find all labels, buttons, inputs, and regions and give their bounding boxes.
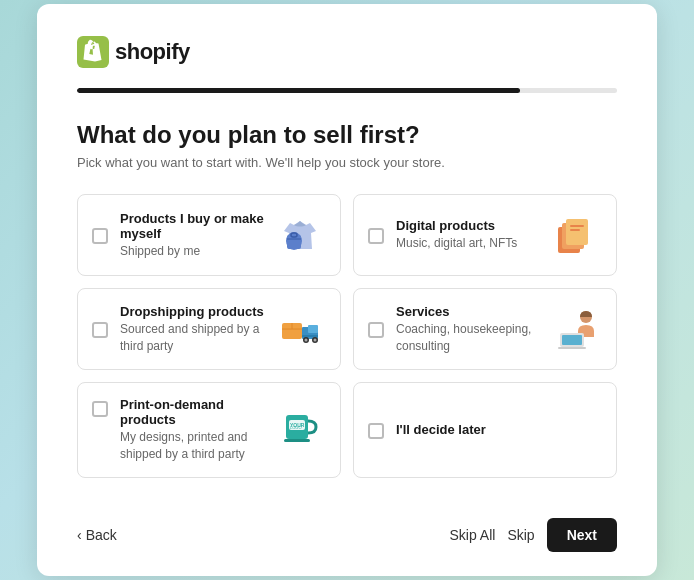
shopify-logo-icon <box>77 36 109 68</box>
bag-coat-icon <box>274 209 326 261</box>
back-label: Back <box>86 527 117 543</box>
svg-rect-19 <box>562 335 582 345</box>
option-desc-dropshipping: Sourced and shipped by a third party <box>120 321 266 355</box>
logo-area: shopify <box>77 36 617 68</box>
option-digital[interactable]: Digital products Music, digital art, NFT… <box>353 194 617 276</box>
progress-bar-track <box>77 88 617 93</box>
chevron-left-icon: ‹ <box>77 527 82 543</box>
options-grid: Products I buy or make myself Shipped by… <box>77 194 617 478</box>
checkbox-dropshipping[interactable] <box>92 322 108 338</box>
next-button[interactable]: Next <box>547 518 617 552</box>
person-laptop-icon <box>550 303 602 355</box>
option-services[interactable]: Services Coaching, housekeeping, consult… <box>353 288 617 370</box>
option-title-dropshipping: Dropshipping products <box>120 304 266 319</box>
checkbox-pod[interactable] <box>92 401 108 417</box>
option-text-services: Services Coaching, housekeeping, consult… <box>396 304 542 355</box>
option-text-physical: Products I buy or make myself Shipped by… <box>120 211 266 260</box>
footer: ‹ Back Skip All Skip Next <box>77 502 617 552</box>
skip-all-button[interactable]: Skip All <box>449 527 495 543</box>
svg-rect-7 <box>570 225 584 227</box>
option-desc-pod: My designs, printed and shipped by a thi… <box>120 429 266 463</box>
option-dropshipping[interactable]: Dropshipping products Sourced and shippe… <box>77 288 341 370</box>
option-title-pod: Print-on-demand products <box>120 397 266 427</box>
checkbox-physical[interactable] <box>92 228 108 244</box>
svg-point-13 <box>305 339 308 342</box>
option-title-decide-later: I'll decide later <box>396 422 602 437</box>
option-print-on-demand[interactable]: Print-on-demand products My designs, pri… <box>77 382 341 478</box>
option-title-physical: Products I buy or make myself <box>120 211 266 241</box>
option-decide-later[interactable]: I'll decide later <box>353 382 617 478</box>
option-physical[interactable]: Products I buy or make myself Shipped by… <box>77 194 341 276</box>
svg-rect-11 <box>308 325 318 333</box>
svg-rect-16 <box>302 335 318 337</box>
checkbox-decide-later[interactable] <box>368 423 384 439</box>
skip-button[interactable]: Skip <box>507 527 534 543</box>
digital-files-icon <box>550 209 602 261</box>
svg-rect-25 <box>284 439 310 442</box>
back-button[interactable]: ‹ Back <box>77 527 117 543</box>
truck-box-icon <box>274 303 326 355</box>
svg-point-15 <box>314 339 317 342</box>
option-text-decide-later: I'll decide later <box>396 422 602 439</box>
option-title-services: Services <box>396 304 542 319</box>
svg-rect-20 <box>558 347 586 349</box>
option-desc-services: Coaching, housekeeping, consulting <box>396 321 542 355</box>
option-text-dropshipping: Dropshipping products Sourced and shippe… <box>120 304 266 355</box>
option-text-digital: Digital products Music, digital art, NFT… <box>396 218 542 252</box>
checkbox-digital[interactable] <box>368 228 384 244</box>
page-heading: What do you plan to sell first? <box>77 121 617 149</box>
svg-rect-6 <box>566 219 588 245</box>
option-title-digital: Digital products <box>396 218 542 233</box>
main-modal: shopify What do you plan to sell first? … <box>37 4 657 576</box>
svg-rect-8 <box>570 229 580 231</box>
page-subheading: Pick what you want to start with. We'll … <box>77 155 617 170</box>
option-desc-physical: Shipped by me <box>120 243 266 260</box>
logo-text: shopify <box>115 39 190 65</box>
footer-right: Skip All Skip Next <box>449 518 617 552</box>
svg-text:LOGO: LOGO <box>290 425 302 430</box>
mug-logo-icon: YOUR LOGO <box>274 397 326 449</box>
progress-bar-fill <box>77 88 520 93</box>
checkbox-services[interactable] <box>368 322 384 338</box>
option-text-pod: Print-on-demand products My designs, pri… <box>120 397 266 463</box>
option-desc-digital: Music, digital art, NFTs <box>396 235 542 252</box>
